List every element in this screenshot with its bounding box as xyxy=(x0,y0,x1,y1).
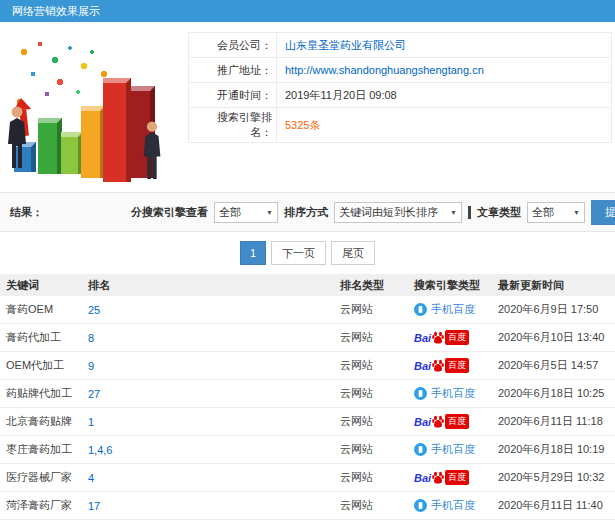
updated-cell: 2020年6月10日 13:40 xyxy=(492,330,615,345)
updated-cell: 2020年6月18日 10:25 xyxy=(492,386,615,401)
rank-type-cell: 云网站 xyxy=(334,414,408,429)
updated-cell: 2020年6月5日 14:57 xyxy=(492,358,615,373)
keyword-cell: 膏药代加工 xyxy=(0,330,82,345)
table-row: 药贴牌代加工27云网站手机百度2020年6月18日 10:25 xyxy=(0,380,615,408)
rank-type-cell: 云网站 xyxy=(334,442,408,457)
member-info-table: 会员公司： 山东皇圣堂药业有限公司 推广地址： http://www.shand… xyxy=(188,32,612,143)
engine-cell: Bai百度 xyxy=(408,358,492,373)
results-table: 关键词 排名 排名类型 搜索引擎类型 最新更新时间 膏药OEM25云网站手机百度… xyxy=(0,274,615,520)
mobile-baidu-icon xyxy=(414,443,427,456)
rank-count-value: 5325条 xyxy=(285,119,320,131)
rank-cell[interactable]: 1,4,6 xyxy=(82,444,334,456)
keyword-cell: 药贴牌代加工 xyxy=(0,386,82,401)
baidu-paw-icon xyxy=(432,415,444,428)
baidu-logo-icon: Bai百度 xyxy=(414,414,469,429)
company-label: 会员公司： xyxy=(189,33,277,58)
pagination: 1 下一页 尾页 xyxy=(0,232,615,274)
engine-label: 百度 xyxy=(445,414,469,429)
company-name-link[interactable]: 山东皇圣堂药业有限公司 xyxy=(285,39,406,51)
info-row-open-time: 开通时间： 2019年11月20日 09:08 xyxy=(189,83,612,108)
filter-controls: 分搜索引擎查看 全部 ▼ 排序方式 关键词由短到长排序 ▼ 文章类型 全部 ▼ … xyxy=(131,200,615,225)
rank-cell[interactable]: 9 xyxy=(82,360,334,372)
rank-cell[interactable]: 1 xyxy=(82,416,334,428)
rank-count-label: 搜索引擎排名： xyxy=(189,108,277,143)
mobile-baidu-icon xyxy=(414,303,427,316)
rank-type-cell: 云网站 xyxy=(334,302,408,317)
engine-label: 手机百度 xyxy=(431,498,475,513)
chevron-down-icon: ▼ xyxy=(445,209,457,216)
engine-filter-label: 分搜索引擎查看 xyxy=(131,205,208,220)
table-row: OEM代加工9云网站Bai百度2020年6月5日 14:57 xyxy=(0,352,615,380)
baidu-paw-icon xyxy=(432,331,444,344)
table-row: 枣庄膏药加工1,4,6云网站手机百度2020年6月18日 10:19 xyxy=(0,436,615,464)
page-title-bar: 网络营销效果展示 xyxy=(0,0,615,22)
info-row-company: 会员公司： 山东皇圣堂药业有限公司 xyxy=(189,33,612,58)
chart-bar-lime xyxy=(61,132,83,174)
engine-label: 手机百度 xyxy=(431,442,475,457)
table-row: 膏药OEM25云网站手机百度2020年6月9日 17:50 xyxy=(0,296,615,324)
table-row: 膏药代加工8云网站Bai百度2020年6月10日 13:40 xyxy=(0,324,615,352)
promo-url-label: 推广地址： xyxy=(189,58,277,83)
marketing-report-page: 网络营销效果展示 会员公司： xyxy=(0,0,615,520)
keyword-cell: 医疗器械厂家 xyxy=(0,470,82,485)
engine-label: 手机百度 xyxy=(431,386,475,401)
engine-cell: 手机百度 xyxy=(408,442,492,457)
keyword-cell: 北京膏药贴牌 xyxy=(0,414,82,429)
rank-cell[interactable]: 4 xyxy=(82,472,334,484)
updated-cell: 2020年6月18日 10:19 xyxy=(492,442,615,457)
page-1-button[interactable]: 1 xyxy=(240,241,266,265)
page-title: 网络营销效果展示 xyxy=(12,5,100,17)
engine-label: 百度 xyxy=(445,470,469,485)
last-page-button[interactable]: 尾页 xyxy=(331,241,375,265)
rank-type-cell: 云网站 xyxy=(334,470,408,485)
sort-order-value: 关键词由短到长排序 xyxy=(339,205,438,220)
engine-cell: 手机百度 xyxy=(408,498,492,513)
chart-bar-orange xyxy=(81,106,105,178)
engine-filter-select[interactable]: 全部 ▼ xyxy=(214,202,278,223)
baidu-logo-icon: Bai百度 xyxy=(414,358,469,373)
sort-order-label: 排序方式 xyxy=(284,205,328,220)
results-table-header: 关键词 排名 排名类型 搜索引擎类型 最新更新时间 xyxy=(0,274,615,296)
keyword-cell: 枣庄膏药加工 xyxy=(0,442,82,457)
sort-order-select[interactable]: 关键词由短到长排序 ▼ xyxy=(334,202,462,223)
baidu-paw-icon xyxy=(432,471,444,484)
engine-label: 手机百度 xyxy=(431,302,475,317)
engine-label: 百度 xyxy=(445,358,469,373)
chevron-down-icon: ▼ xyxy=(261,209,273,216)
open-time-value: 2019年11月20日 09:08 xyxy=(285,89,397,101)
mobile-baidu-icon xyxy=(414,387,427,400)
engine-cell: Bai百度 xyxy=(408,414,492,429)
rank-type-cell: 云网站 xyxy=(334,386,408,401)
col-header-engine-type: 搜索引擎类型 xyxy=(408,278,492,293)
keyword-cell: 膏药OEM xyxy=(0,302,82,317)
table-row: 医疗器械厂家4云网站Bai百度2020年5月29日 10:32 xyxy=(0,464,615,492)
col-header-rank: 排名 xyxy=(82,278,334,293)
next-page-button[interactable]: 下一页 xyxy=(271,241,326,265)
engine-cell: Bai百度 xyxy=(408,330,492,345)
col-header-rank-type: 排名类型 xyxy=(334,278,408,293)
promo-url-link[interactable]: http://www.shandonghuangshengtang.cn xyxy=(285,64,484,76)
updated-cell: 2020年6月9日 17:50 xyxy=(492,302,615,317)
mobile-baidu-icon xyxy=(414,499,427,512)
rank-type-cell: 云网站 xyxy=(334,498,408,513)
baidu-logo-icon: Bai百度 xyxy=(414,470,469,485)
chart-bar-green xyxy=(38,118,62,174)
engine-cell: Bai百度 xyxy=(408,470,492,485)
rank-cell[interactable]: 27 xyxy=(82,388,334,400)
table-row: 菏泽膏药厂家17云网站手机百度2020年6月11日 11:40 xyxy=(0,492,615,520)
submit-button[interactable]: 提交 xyxy=(591,200,615,225)
rank-cell[interactable]: 25 xyxy=(82,304,334,316)
keyword-cell: 菏泽膏药厂家 xyxy=(0,498,82,513)
engine-label: 百度 xyxy=(445,330,469,345)
col-header-keyword: 关键词 xyxy=(0,278,82,293)
article-type-select[interactable]: 全部 ▼ xyxy=(527,202,585,223)
rank-cell[interactable]: 8 xyxy=(82,332,334,344)
article-type-value: 全部 xyxy=(532,205,554,220)
info-row-url: 推广地址： http://www.shandonghuangshengtang.… xyxy=(189,58,612,83)
chevron-down-icon: ▼ xyxy=(568,209,580,216)
marketing-chart-illustration xyxy=(0,22,185,192)
baidu-paw-icon xyxy=(432,359,444,372)
filter-bar: 结果： 分搜索引擎查看 全部 ▼ 排序方式 关键词由短到长排序 ▼ 文章类型 全… xyxy=(0,192,615,232)
rank-cell[interactable]: 17 xyxy=(82,500,334,512)
updated-cell: 2020年6月11日 11:40 xyxy=(492,498,615,513)
